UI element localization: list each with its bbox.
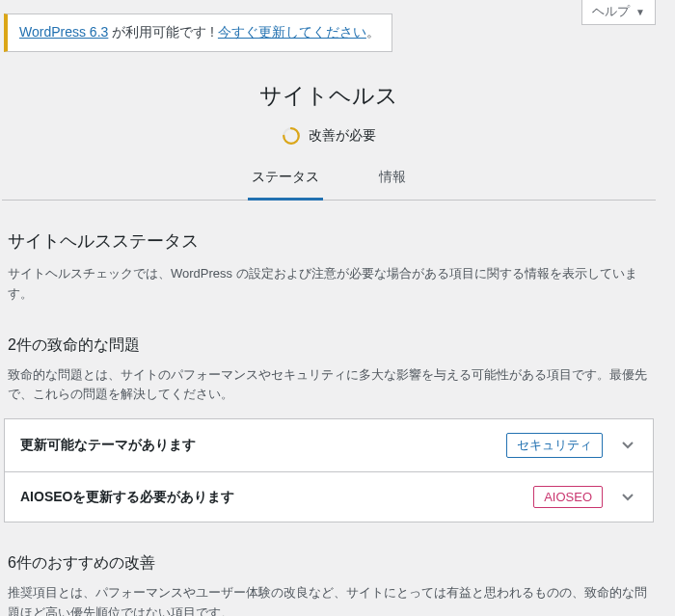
page-title: サイトヘルス bbox=[2, 73, 656, 126]
update-nag-suffix: 。 bbox=[366, 24, 380, 40]
progress-circle-icon bbox=[282, 126, 301, 146]
critical-heading: 2件の致命的な問題 bbox=[8, 335, 650, 356]
tab-status[interactable]: ステータス bbox=[248, 163, 323, 201]
issue-title: AIOSEOを更新する必要があります bbox=[20, 489, 234, 506]
update-now-link[interactable]: 今すぐ更新してください bbox=[218, 24, 366, 40]
update-nag: WordPress 6.3 が利用可能です ! 今すぐ更新してください。 bbox=[4, 13, 392, 52]
recommended-desc: 推奨項目とは、パフォーマンスやユーザー体験の改良など、サイトにとっては有益と思わ… bbox=[8, 583, 650, 616]
status-desc: サイトヘルスチェックでは、WordPress の設定および注意が必要な場合がある… bbox=[8, 264, 650, 305]
recommended-heading: 6件のおすすめの改善 bbox=[8, 553, 650, 574]
tab-info[interactable]: 情報 bbox=[375, 163, 410, 201]
issue-title: 更新可能なテーマがあります bbox=[20, 437, 196, 454]
critical-desc: 致命的な問題とは、サイトのパフォーマンスやセキュリティに多大な影響を与える可能性… bbox=[8, 365, 650, 406]
progress-label: 改善が必要 bbox=[309, 127, 376, 145]
help-tab[interactable]: ヘルプ ▼ bbox=[581, 0, 656, 25]
chevron-down-icon: ▼ bbox=[635, 7, 645, 17]
issue-row[interactable]: AIOSEOを更新する必要があります AIOSEO bbox=[4, 472, 654, 522]
critical-issues-list: 更新可能なテーマがあります セキュリティ AIOSEOを更新する必要があります … bbox=[4, 418, 654, 522]
chevron-down-icon bbox=[618, 488, 637, 507]
issue-badge-aioseo: AIOSEO bbox=[533, 486, 603, 508]
tabs: ステータス 情報 bbox=[2, 163, 656, 201]
wordpress-version-link[interactable]: WordPress 6.3 bbox=[19, 24, 108, 40]
issue-badge-security: セキュリティ bbox=[506, 433, 603, 458]
chevron-down-icon bbox=[618, 436, 637, 455]
update-nag-mid: が利用可能です ! bbox=[108, 24, 218, 40]
status-heading: サイトヘルスステータス bbox=[8, 229, 650, 253]
help-tab-label: ヘルプ bbox=[592, 4, 630, 18]
issue-row[interactable]: 更新可能なテーマがあります セキュリティ bbox=[4, 418, 654, 472]
site-health-progress: 改善が必要 bbox=[282, 126, 376, 146]
